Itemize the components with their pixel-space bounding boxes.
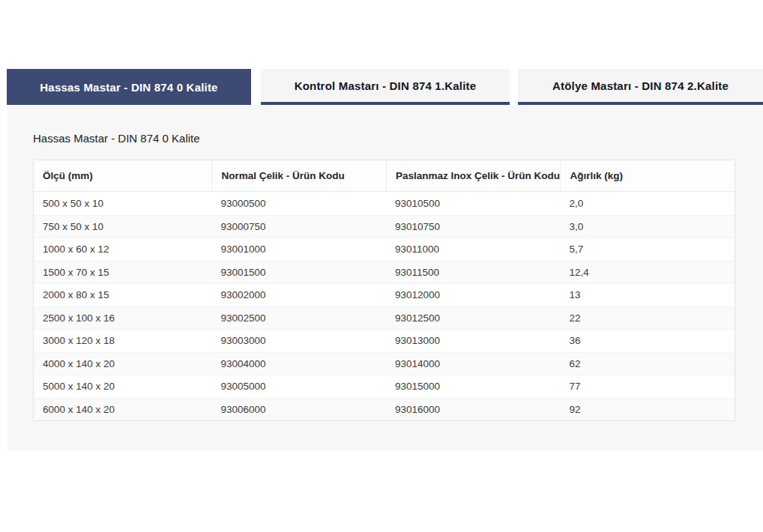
table-cell: 93003000 bbox=[211, 329, 386, 352]
table-cell: 5,7 bbox=[560, 238, 735, 261]
column-header: Normal Çelik - Ürün Kodu bbox=[211, 160, 386, 192]
table-cell: 750 x 50 x 10 bbox=[34, 215, 211, 238]
table-row: 6000 x 140 x 20930060009301600092 bbox=[34, 398, 735, 421]
table-cell: 92 bbox=[560, 398, 735, 421]
table-cell: 93015000 bbox=[386, 375, 561, 398]
spec-table: Ölçü (mm)Normal Çelik - Ürün KoduPaslanm… bbox=[33, 160, 735, 421]
table-row: 5000 x 140 x 20930050009301500077 bbox=[34, 375, 735, 398]
table-cell: 3000 x 120 x 18 bbox=[34, 329, 211, 352]
column-header: Ağırlık (kg) bbox=[560, 160, 735, 192]
table-cell: 93005000 bbox=[211, 375, 386, 398]
table-cell: 93010750 bbox=[386, 215, 561, 238]
table-cell: 77 bbox=[560, 375, 735, 398]
table-row: 2000 x 80 x 15930020009301200013 bbox=[34, 283, 735, 306]
table-cell: 93002000 bbox=[211, 283, 386, 306]
table-row: 1000 x 60 x 1293001000930110005,7 bbox=[34, 238, 735, 261]
table-cell: 93011000 bbox=[386, 238, 561, 261]
table-cell: 13 bbox=[560, 283, 735, 306]
table-cell: 93010500 bbox=[386, 192, 561, 215]
table-cell: 1000 x 60 x 12 bbox=[34, 238, 211, 261]
table-cell: 500 x 50 x 10 bbox=[34, 192, 211, 215]
table-row: 4000 x 140 x 20930040009301400062 bbox=[34, 352, 735, 375]
table-cell: 93002500 bbox=[211, 306, 386, 330]
table-cell: 93012500 bbox=[386, 306, 561, 330]
table-cell: 93004000 bbox=[211, 352, 386, 375]
table-cell: 2500 x 100 x 16 bbox=[34, 306, 211, 330]
table-cell: 36 bbox=[560, 329, 735, 352]
table-cell: 4000 x 140 x 20 bbox=[34, 352, 211, 375]
column-header: Ölçü (mm) bbox=[34, 160, 211, 192]
table-cell: 93012000 bbox=[386, 283, 561, 306]
table-row: 1500 x 70 x 15930015009301150012,4 bbox=[34, 261, 735, 284]
table-cell: 1500 x 70 x 15 bbox=[34, 261, 211, 284]
table-row: 500 x 50 x 1093000500930105002,0 bbox=[34, 192, 735, 215]
table-cell: 93013000 bbox=[386, 329, 561, 352]
table-cell: 93001000 bbox=[211, 238, 386, 261]
table-cell: 22 bbox=[560, 306, 735, 330]
table-cell: 93000500 bbox=[211, 192, 386, 215]
panel-title: Hassas Mastar - DIN 874 0 Kalite bbox=[33, 132, 763, 145]
table-cell: 93000750 bbox=[211, 215, 386, 238]
table-cell: 93014000 bbox=[386, 352, 561, 375]
tab-hassas-mastar[interactable]: Hassas Mastar - DIN 874 0 Kalite bbox=[7, 69, 251, 105]
table-cell: 93016000 bbox=[386, 398, 561, 421]
column-header: Paslanmaz Inox Çelik - Ürün Kodu bbox=[386, 160, 561, 192]
table-row: 3000 x 120 x 18930030009301300036 bbox=[34, 329, 735, 352]
table-cell: 12,4 bbox=[560, 261, 735, 284]
tab-bar: Hassas Mastar - DIN 874 0 Kalite Kontrol… bbox=[7, 69, 763, 105]
table-cell: 2000 x 80 x 15 bbox=[34, 283, 211, 306]
tab-atolye-mastari[interactable]: Atölye Mastarı - DIN 874 2.Kalite bbox=[518, 69, 763, 105]
table-cell: 93006000 bbox=[211, 398, 386, 421]
table-cell: 3,0 bbox=[560, 215, 735, 238]
table-cell: 6000 x 140 x 20 bbox=[34, 398, 211, 421]
table-cell: 62 bbox=[560, 352, 735, 375]
table-row: 2500 x 100 x 16930025009301250022 bbox=[34, 306, 735, 330]
table-row: 750 x 50 x 1093000750930107503,0 bbox=[34, 215, 735, 238]
table-cell: 93001500 bbox=[211, 261, 386, 284]
table-cell: 5000 x 140 x 20 bbox=[34, 375, 211, 398]
table-cell: 2,0 bbox=[560, 192, 735, 215]
tab-kontrol-mastari[interactable]: Kontrol Mastarı - DIN 874 1.Kalite bbox=[261, 69, 510, 105]
spec-table-header: Ölçü (mm)Normal Çelik - Ürün KoduPaslanm… bbox=[34, 160, 735, 192]
table-cell: 93011500 bbox=[386, 261, 561, 284]
tab-panel: Hassas Mastar - DIN 874 0 Kalite Ölçü (m… bbox=[7, 105, 763, 451]
